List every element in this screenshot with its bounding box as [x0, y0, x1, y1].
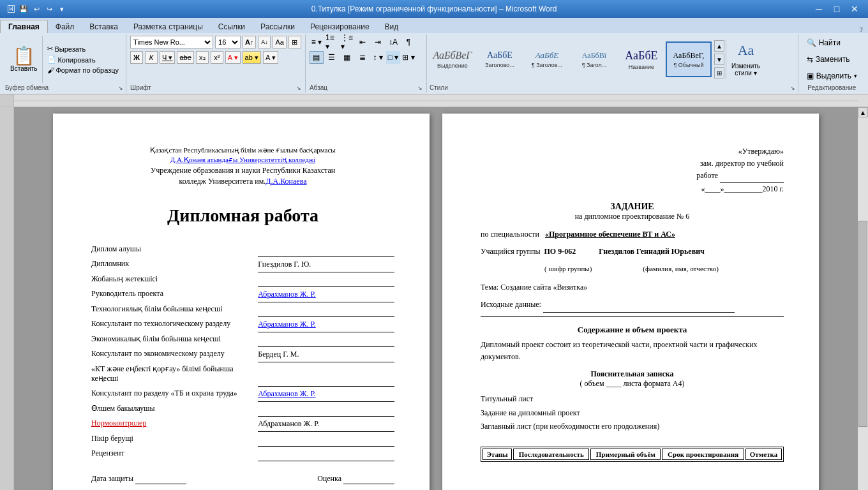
- italic-btn[interactable]: К: [145, 51, 158, 64]
- row-value-3: Абрахманов Ж. Р.: [258, 286, 394, 302]
- para-row-2: ▤ ☰ ▦ ≣ ↕ ▾ □ ▾ ⊞ ▾: [310, 51, 423, 64]
- font-shrink-btn[interactable]: A↓: [258, 36, 271, 48]
- cut-button[interactable]: ✂Вырезать: [45, 44, 121, 54]
- maximize-btn[interactable]: □: [828, 3, 845, 15]
- font-family-select[interactable]: Times New Ro...: [130, 36, 213, 48]
- font-row-2: Ж К Ч ▾ abe x₂ x² A ▾ ab ▾ A ▾: [130, 51, 301, 64]
- content-title: Содержание и объем проекта: [481, 325, 784, 335]
- row-label-5: Консультант по технологическому разделу: [91, 316, 258, 332]
- align-right-btn[interactable]: ▦: [340, 51, 354, 64]
- list-items: Титульный лист Задание на дипломный прое…: [481, 392, 784, 434]
- sort-btn[interactable]: ↕A: [386, 36, 400, 48]
- vertical-scrollbar[interactable]: ▲ ▼: [858, 107, 868, 490]
- font-color-btn[interactable]: A ▾: [263, 51, 278, 64]
- styles-scroll-down[interactable]: ▼: [714, 54, 724, 65]
- border-btn[interactable]: ⊞ ▾: [401, 51, 415, 64]
- title-bar: 🅆 💾 ↩ ↪ ▾ 0.Титулка [Режим ограниченной …: [0, 0, 868, 18]
- table-row: «КТ және еңбекті қорғау» білімі бойынша …: [91, 362, 394, 386]
- row-label-9: Консультант по разделу «ТБ и охрана труд…: [91, 386, 258, 401]
- font-size-select[interactable]: 16: [215, 36, 241, 48]
- undo-quick-btn[interactable]: ↩: [31, 3, 42, 15]
- tab-layout[interactable]: Разметка страницы: [126, 20, 211, 33]
- subscript-btn[interactable]: x₂: [196, 51, 209, 64]
- scroll-track[interactable]: [858, 117, 868, 490]
- para-expander[interactable]: ↘: [417, 85, 423, 91]
- strikethrough-btn[interactable]: abe: [177, 51, 193, 64]
- find-btn[interactable]: 🔍 Найти: [802, 36, 862, 50]
- change-styles-btn[interactable]: Aa Изменитьстили ▾: [726, 40, 765, 78]
- list-multilevel-btn[interactable]: ⋮≡ ▾: [340, 36, 354, 48]
- save-quick-btn[interactable]: 💾: [18, 3, 29, 15]
- copy-format-btn[interactable]: ⊞: [288, 36, 301, 48]
- underline-btn[interactable]: Ч ▾: [160, 51, 175, 64]
- table-row: Консультант по технологическому разделу …: [91, 316, 394, 332]
- styles-group: АаБбВеГ Выделение АаБбЕ Заголово... АаБб…: [427, 34, 798, 93]
- help-btn[interactable]: ?: [860, 26, 863, 33]
- table-row: Экономикалық білім бойынша кеңесші: [91, 332, 394, 346]
- row-label-6: Экономикалық білім бойынша кеңесші: [91, 332, 258, 346]
- list-ordered-btn[interactable]: 1≡ ▾: [325, 36, 339, 48]
- font-grow-btn[interactable]: A↑: [243, 36, 256, 48]
- table-row: Дипломник Гнездилов Г. Ю.: [91, 256, 394, 272]
- style-box-zagolovok2[interactable]: АаБбЕ ¶ Заголов...: [524, 41, 570, 77]
- ishodnye-label: Исходные данные:: [481, 300, 541, 309]
- close-btn[interactable]: ✕: [846, 3, 863, 15]
- clear-format-btn[interactable]: Aa: [273, 36, 286, 48]
- format-painter-button[interactable]: 🖌Формат по образцу: [45, 66, 121, 75]
- tab-review[interactable]: Рецензирование: [303, 20, 377, 33]
- group-value: ПО 9-062: [544, 247, 576, 256]
- select-icon: ▣: [807, 71, 814, 80]
- right-page: «Утверждаю» зам. директор по учебной раб…: [442, 114, 819, 490]
- etapy-table: Этапы Последовательность Примерный объём…: [481, 447, 784, 462]
- line-spacing-btn[interactable]: ↕ ▾: [371, 51, 385, 64]
- redo-quick-btn[interactable]: ↪: [43, 3, 55, 15]
- score-label: Оценка: [317, 474, 341, 483]
- shading-btn[interactable]: □ ▾: [386, 51, 400, 64]
- normocontrol-link[interactable]: Нормоконтролер: [91, 419, 146, 427]
- copy-button[interactable]: 📄Копировать: [45, 55, 121, 64]
- align-justify-btn[interactable]: ≣: [355, 51, 370, 64]
- style-box-zagolovok1[interactable]: АаБбЕ Заголово...: [477, 41, 523, 77]
- row-label-12: Пікір берущі: [91, 431, 258, 446]
- tab-file[interactable]: Файл: [48, 20, 82, 33]
- tab-insert[interactable]: Вставка: [82, 20, 126, 33]
- row-value-9: Абрахманов Ж. Р.: [258, 386, 394, 401]
- shifr-label: ( шифр группы): [544, 263, 592, 276]
- show-marks-btn[interactable]: ¶: [401, 36, 415, 48]
- select-btn[interactable]: ▣ Выделить ▾: [802, 69, 862, 83]
- font-expander[interactable]: ↘: [296, 85, 301, 91]
- content-section: Содержание и объем проекта Дипломный про…: [481, 325, 784, 363]
- replace-btn[interactable]: ⇆ Заменить: [802, 52, 862, 66]
- style-box-nazvanie[interactable]: АаБбЕ Название: [618, 41, 664, 77]
- para-row-1: ≡ ▾ 1≡ ▾ ⋮≡ ▾ ⇤ ⇥ ↕A ¶: [310, 36, 423, 48]
- minimize-btn[interactable]: ─: [811, 3, 827, 15]
- style-box-zagolovok3[interactable]: АаБбВї ¶ Загол...: [571, 41, 617, 77]
- style-box-obychny[interactable]: АаБбВеГ, ¶ Обычный: [666, 41, 712, 77]
- list-unordered-btn[interactable]: ≡ ▾: [310, 36, 324, 48]
- scroll-up-btn[interactable]: ▲: [858, 107, 868, 117]
- scroll-thumb[interactable]: [858, 221, 867, 427]
- select-label: Выделить: [816, 71, 851, 80]
- dropdown-quick-btn[interactable]: ▾: [56, 3, 68, 15]
- superscript-btn[interactable]: x²: [211, 51, 223, 64]
- indent-decrease-btn[interactable]: ⇤: [355, 36, 370, 48]
- styles-scroll-up[interactable]: ▲: [714, 40, 724, 52]
- align-left-btn[interactable]: ▤: [310, 51, 324, 64]
- tab-links[interactable]: Ссылки: [211, 20, 253, 33]
- styles-expander[interactable]: ↘: [790, 85, 795, 91]
- text-color-btn[interactable]: A ▾: [225, 51, 241, 64]
- style-box-videlenie[interactable]: АаБбВеГ Выделение: [430, 41, 475, 77]
- styles-expand[interactable]: ⊞: [714, 67, 724, 78]
- list-item-3: Заглавный лист (при необходимости его пр…: [481, 420, 784, 434]
- docs-container[interactable]: Қазақстан Республикасының білім және ғыл…: [14, 107, 858, 490]
- deputy-text: зам. директор по учебной: [700, 159, 784, 168]
- highlight-btn[interactable]: ab ▾: [243, 51, 261, 64]
- align-center-btn[interactable]: ☰: [325, 51, 339, 64]
- clipboard-expander[interactable]: ↘: [118, 85, 123, 91]
- indent-increase-btn[interactable]: ⇥: [371, 36, 385, 48]
- bold-btn[interactable]: Ж: [130, 51, 143, 64]
- paste-button[interactable]: 📋 Вставить: [5, 36, 43, 83]
- tab-main[interactable]: Главная: [0, 20, 48, 33]
- tab-mailings[interactable]: Рассылки: [253, 20, 303, 33]
- tab-view[interactable]: Вид: [377, 20, 407, 33]
